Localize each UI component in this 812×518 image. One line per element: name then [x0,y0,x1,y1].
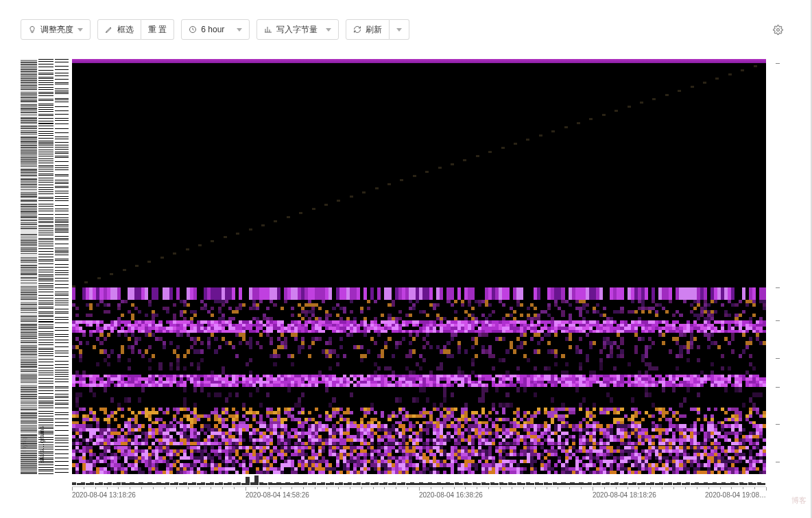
x-axis: 2020-08-04 13:18:262020-08-04 14:58:2620… [72,486,766,503]
metric-label: 写入字节量 [276,24,318,36]
metric-select[interactable]: 写入字节量 [256,19,339,40]
chevron-down-icon [396,28,402,32]
watermark: 博客 [791,495,807,506]
select-reset-group: 框选 重 置 [97,19,174,40]
left-track-2[interactable] [55,59,69,474]
x-axis-label: 2020-08-04 16:38:26 [419,491,483,499]
pencil-icon [105,25,113,34]
brightness-label: 调整亮度 [40,24,73,36]
reset-button[interactable]: 重 置 [141,19,174,40]
x-axis-label: 2020-08-04 14:58:26 [246,491,309,499]
bottom-histogram [72,475,766,485]
left-tracks: mysql stats…grams [21,59,70,474]
clock-icon [189,25,197,34]
toolbar: 调整亮度 框选 重 置 6 hour [0,0,811,40]
time-range-label: 6 hour [201,25,224,34]
heatmap[interactable] [72,59,766,474]
bulb-icon [28,25,36,34]
reset-label: 重 置 [148,24,167,36]
box-select-button[interactable]: 框选 [97,19,141,40]
bar-chart-icon [264,25,272,34]
refresh-group: 刷新 [346,19,409,40]
refresh-icon [353,25,361,34]
select-label: 框选 [117,24,134,36]
brightness-button[interactable]: 调整亮度 [21,19,91,40]
chevron-down-icon [77,28,83,32]
chevron-down-icon [326,28,331,32]
right-scale [770,59,780,474]
x-axis-label: 2020-08-04 13:18:26 [72,491,136,499]
refresh-interval-button[interactable] [390,19,409,40]
chevron-down-icon [237,28,242,32]
x-axis-label: 2020-08-04 18:18:26 [593,491,656,499]
settings-button[interactable] [773,25,783,37]
left-track-0[interactable]: mysql [21,59,37,474]
x-axis-label: 2020-08-04 19:08… [705,491,766,499]
left-track-1[interactable]: stats…grams [38,59,53,474]
svg-point-1 [777,29,780,32]
refresh-button[interactable]: 刷新 [346,19,390,40]
chart-area: mysql stats…grams 2020-08-04 13:18:26202… [21,59,790,503]
time-range-select[interactable]: 6 hour [181,19,250,40]
refresh-label: 刷新 [366,24,382,36]
track-label [55,416,69,471]
